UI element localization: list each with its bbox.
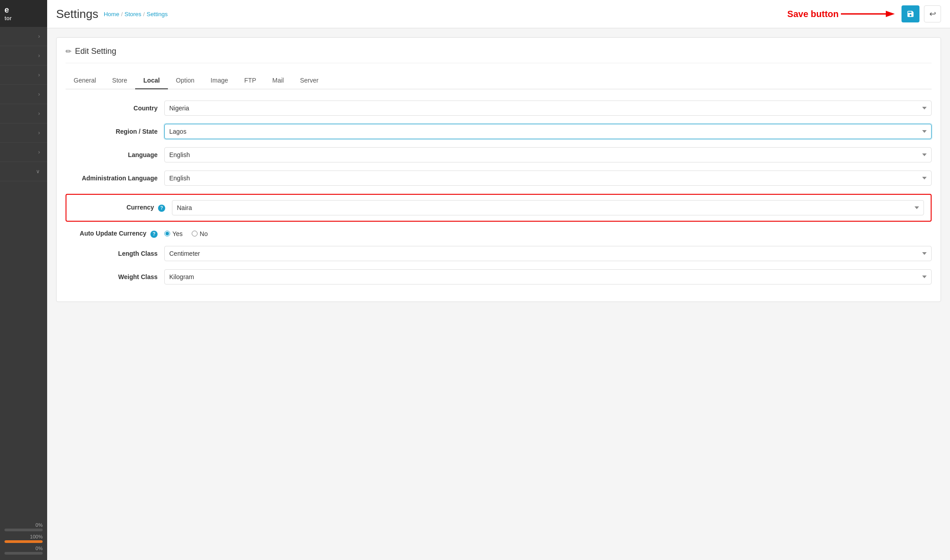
sidebar-item-5[interactable]: › — [0, 104, 47, 123]
region-label: Region / State — [66, 128, 164, 135]
header-actions: Save button ↩ — [787, 5, 941, 22]
radio-no-text: No — [200, 230, 208, 237]
sidebar-item-4[interactable]: › — [0, 85, 47, 104]
card-header: ✏ Edit Setting — [66, 47, 932, 63]
save-annotation: Save button — [787, 9, 897, 19]
progress-fill-2 — [4, 540, 43, 543]
currency-row: Currency ? Naira — [73, 200, 924, 215]
tab-image[interactable]: Image — [202, 72, 236, 89]
tab-server[interactable]: Server — [292, 72, 326, 89]
tab-general[interactable]: General — [66, 72, 104, 89]
back-icon: ↩ — [929, 9, 936, 19]
progress-label-3: 0% — [4, 546, 43, 551]
radio-group: Yes No — [164, 230, 932, 237]
sidebar-brand: e — [4, 5, 43, 15]
progress-label-2: 100% — [4, 534, 43, 539]
currency-select[interactable]: Naira — [172, 200, 924, 215]
auto-update-currency-control: Yes No — [164, 230, 932, 237]
currency-highlight: Currency ? Naira — [66, 194, 932, 222]
admin-language-select[interactable]: English — [164, 171, 932, 186]
admin-language-row: Administration Language English — [66, 171, 932, 186]
length-class-control: Centimeter — [164, 246, 932, 261]
country-control: Nigeria — [164, 101, 932, 116]
language-control: English — [164, 147, 932, 162]
currency-label: Currency ? — [73, 204, 172, 212]
breadcrumb-home[interactable]: Home — [104, 11, 119, 18]
pencil-icon: ✏ — [66, 47, 71, 56]
tab-option[interactable]: Option — [168, 72, 202, 89]
language-select[interactable]: English — [164, 147, 932, 162]
progress-bar-1 — [4, 529, 43, 531]
breadcrumb-stores[interactable]: Stores — [124, 11, 141, 18]
content-area: ✏ Edit Setting General Store Local Optio… — [47, 28, 950, 560]
weight-class-row: Weight Class Kilogram — [66, 269, 932, 284]
chevron-icon: › — [38, 72, 40, 78]
country-row: Country Nigeria — [66, 101, 932, 116]
sidebar-subtitle: tor — [4, 15, 43, 22]
annotation-text: Save button — [787, 9, 839, 19]
sidebar-item-2[interactable]: › — [0, 46, 47, 66]
progress-label-1: 0% — [4, 522, 43, 528]
currency-help-icon[interactable]: ? — [158, 205, 165, 212]
breadcrumb-settings[interactable]: Settings — [146, 11, 167, 18]
page-title: Settings — [56, 7, 98, 21]
language-row: Language English — [66, 147, 932, 162]
country-select[interactable]: Nigeria — [164, 101, 932, 116]
language-label: Language — [66, 151, 164, 158]
main-content: Settings Home / Stores / Settings Save b… — [47, 0, 950, 560]
chevron-icon: › — [38, 149, 40, 155]
card-title: Edit Setting — [75, 47, 116, 56]
tab-mail[interactable]: Mail — [264, 72, 292, 89]
length-class-label: Length Class — [66, 250, 164, 257]
chevron-icon: › — [38, 130, 40, 136]
chevron-icon: › — [38, 110, 40, 117]
tab-ftp[interactable]: FTP — [236, 72, 264, 89]
sidebar-item-7[interactable]: › — [0, 143, 47, 162]
sidebar-item-3[interactable]: › — [0, 66, 47, 85]
auto-update-currency-label: Auto Update Currency ? — [66, 230, 164, 238]
radio-yes-text: Yes — [172, 230, 183, 237]
weight-class-label: Weight Class — [66, 273, 164, 280]
annotation-arrow — [841, 9, 895, 18]
breadcrumb-sep-2: / — [143, 11, 145, 18]
length-class-row: Length Class Centimeter — [66, 246, 932, 261]
header-left: Settings Home / Stores / Settings — [56, 7, 167, 21]
sidebar-item-8[interactable]: ∨ — [0, 162, 47, 181]
currency-control: Naira — [172, 200, 924, 215]
weight-class-control: Kilogram — [164, 269, 932, 284]
page-header: Settings Home / Stores / Settings Save b… — [47, 0, 950, 28]
radio-no[interactable] — [192, 231, 198, 236]
auto-update-currency-row: Auto Update Currency ? Yes No — [66, 230, 932, 238]
back-button[interactable]: ↩ — [924, 5, 941, 22]
length-class-select[interactable]: Centimeter — [164, 246, 932, 261]
admin-language-label: Administration Language — [66, 175, 164, 182]
region-select[interactable]: Lagos — [164, 124, 932, 139]
country-label: Country — [66, 105, 164, 112]
sidebar-item-6[interactable]: › — [0, 123, 47, 143]
radio-yes[interactable] — [164, 231, 170, 236]
tab-local[interactable]: Local — [135, 72, 168, 89]
sidebar-header: e tor — [0, 0, 47, 27]
settings-card: ✏ Edit Setting General Store Local Optio… — [56, 37, 941, 302]
radio-no-label[interactable]: No — [192, 230, 208, 237]
sidebar: e tor › › › › › › › ∨ 0% 100% — [0, 0, 47, 560]
radio-yes-label[interactable]: Yes — [164, 230, 183, 237]
weight-class-select[interactable]: Kilogram — [164, 269, 932, 284]
save-button[interactable] — [902, 5, 919, 22]
progress-section: 0% 100% 0% — [0, 520, 47, 560]
sidebar-item-1[interactable]: › — [0, 27, 47, 46]
chevron-icon: › — [38, 33, 40, 39]
admin-language-control: English — [164, 171, 932, 186]
save-icon — [906, 10, 915, 18]
tabs: General Store Local Option Image FTP Mai… — [66, 72, 932, 89]
progress-bar-2 — [4, 540, 43, 543]
chevron-icon: › — [38, 91, 40, 97]
region-row: Region / State Lagos — [66, 124, 932, 139]
tab-store[interactable]: Store — [104, 72, 135, 89]
breadcrumb: Home / Stores / Settings — [104, 11, 168, 18]
progress-bar-3 — [4, 552, 43, 555]
chevron-icon: › — [38, 52, 40, 59]
chevron-down-icon: ∨ — [36, 168, 40, 175]
auto-update-help-icon[interactable]: ? — [150, 231, 158, 238]
breadcrumb-sep-1: / — [121, 11, 123, 18]
